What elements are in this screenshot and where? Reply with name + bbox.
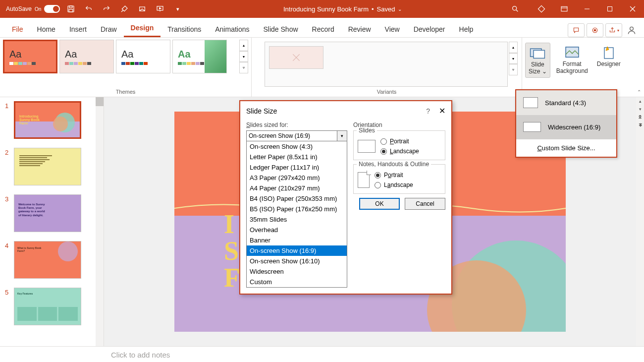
combo-dropdown-icon[interactable]: ▾ <box>337 130 347 141</box>
format-background-button[interactable]: FormatBackground <box>553 43 591 77</box>
size-custom[interactable]: Custom Slide Size... <box>516 139 616 157</box>
thumbnail-4[interactable]: What is Sunny BookFarm? <box>14 241 81 279</box>
tab-draw[interactable]: Draw <box>94 21 124 37</box>
thumbnail-5[interactable]: Key Features <box>14 288 81 325</box>
size-option[interactable]: Ledger Paper (11x17 in) <box>247 162 347 173</box>
theme-option-4[interactable]: Aa <box>172 40 227 73</box>
size-option[interactable]: Custom <box>247 277 347 287</box>
maximize-button[interactable] <box>598 0 621 18</box>
notes-placeholder[interactable]: Click to add notes <box>104 351 170 359</box>
variants-spinner[interactable]: ▴ ▾ ▿ <box>509 42 518 75</box>
qat-overflow-icon[interactable]: ▾ <box>171 2 185 16</box>
notes-landscape-radio[interactable]: Landscape <box>375 181 413 188</box>
cancel-button[interactable]: Cancel <box>405 198 445 210</box>
tab-help[interactable]: Help <box>452 21 481 37</box>
record-button[interactable] <box>587 23 603 37</box>
themes-spinner[interactable]: ▴ ▾ ▿ <box>239 40 248 73</box>
thumbnail-3[interactable]: Welcome to SunnyBook Farm, yourgateway t… <box>14 194 81 232</box>
sized-for-listbox[interactable]: On-screen Show (4:3)Letter Paper (8.5x11… <box>246 141 347 288</box>
designer-button[interactable]: Designer <box>594 43 624 69</box>
tab-record[interactable]: Record <box>305 21 341 37</box>
comments-button[interactable] <box>568 23 585 37</box>
tab-slideshow[interactable]: Slide Show <box>257 21 305 37</box>
variants-gallery[interactable] <box>265 42 508 87</box>
size-option[interactable]: On-screen Show (16:10) <box>247 256 347 266</box>
svg-rect-1 <box>69 6 72 8</box>
sized-for-combo[interactable] <box>246 130 337 141</box>
tab-insert[interactable]: Insert <box>62 21 94 37</box>
size-option[interactable]: Letter Paper (8.5x11 in) <box>247 152 347 162</box>
prev-slide-icon[interactable]: ⯭ <box>636 113 644 121</box>
notes-preview-icon <box>358 172 370 188</box>
slide-title[interactable]: ISF <box>224 211 240 291</box>
thumb-scrollbar[interactable] <box>96 97 104 346</box>
variants-up-icon[interactable]: ▴ <box>509 42 518 53</box>
size-widescreen[interactable]: Widescreen (16:9) <box>516 115 616 139</box>
diamond-icon[interactable] <box>530 0 553 18</box>
ok-button[interactable]: OK <box>359 198 400 210</box>
tab-view[interactable]: View <box>378 21 407 37</box>
size-option[interactable]: Widescreen <box>247 266 347 277</box>
account-icon[interactable] <box>624 25 639 35</box>
size-standard[interactable]: Standard (4:3) <box>516 90 616 115</box>
title-dropdown-icon[interactable]: ⌄ <box>398 6 402 12</box>
size-option[interactable]: A3 Paper (297x420 mm) <box>247 173 347 183</box>
svg-rect-12 <box>534 50 544 58</box>
theme-option-1[interactable]: Aa <box>3 40 57 73</box>
slides-landscape-radio[interactable]: Landscape <box>380 148 419 155</box>
variants-more-icon[interactable]: ▿ <box>509 64 518 75</box>
size-option[interactable]: B5 (ISO) Paper (176x250 mm) <box>247 204 347 214</box>
collapse-ribbon-icon[interactable]: ⌃ <box>637 89 641 95</box>
slide-size-button[interactable]: SlideSize ⌄ <box>525 43 550 78</box>
thumb-scroll-handle[interactable] <box>96 97 104 106</box>
themes-more-icon[interactable]: ▿ <box>239 62 248 73</box>
minimize-button[interactable] <box>576 0 598 18</box>
size-option[interactable]: B4 (ISO) Paper (250x353 mm) <box>247 193 347 204</box>
tab-transitions[interactable]: Transitions <box>161 21 208 37</box>
tab-home[interactable]: Home <box>30 21 62 37</box>
dialog-help-icon[interactable]: ? <box>426 107 430 115</box>
slide-size-menu: Standard (4:3) Widescreen (16:9) Custom … <box>515 89 617 158</box>
size-option[interactable]: On-screen Show (16:9) <box>247 245 347 256</box>
slides-legend: Slides <box>357 127 377 134</box>
themes-up-icon[interactable]: ▴ <box>239 40 248 51</box>
scroll-down-icon[interactable]: ▾ <box>636 105 644 113</box>
close-button[interactable] <box>621 0 644 18</box>
quickaccess-icon-1[interactable] <box>117 2 131 16</box>
quickaccess-icon-2[interactable] <box>135 2 149 16</box>
slides-portrait-radio[interactable]: Portrait <box>380 138 419 145</box>
variant-option[interactable] <box>269 46 323 69</box>
dialog-close-icon[interactable]: ✕ <box>439 106 445 116</box>
undo-icon[interactable] <box>82 2 96 16</box>
ribbon-display-icon[interactable] <box>553 0 576 18</box>
share-button[interactable]: ▾ <box>605 23 622 37</box>
scroll-up-icon[interactable]: ▴ <box>636 97 644 105</box>
theme-option-2[interactable]: Aa <box>59 40 114 73</box>
variants-down-icon[interactable]: ▾ <box>509 53 518 64</box>
tab-design[interactable]: Design <box>124 20 161 37</box>
size-option[interactable]: A4 Paper (210x297 mm) <box>247 183 347 193</box>
size-option[interactable]: On-screen Show (4:3) <box>247 141 347 152</box>
theme-option-3[interactable]: Aa <box>116 40 170 73</box>
themes-down-icon[interactable]: ▾ <box>239 51 248 62</box>
autosave-toggle[interactable]: AutoSave On <box>6 5 60 13</box>
tab-review[interactable]: Review <box>341 21 378 37</box>
notes-portrait-radio[interactable]: Portrait <box>375 172 413 179</box>
svg-point-10 <box>630 27 634 30</box>
tab-animations[interactable]: Animations <box>208 21 256 37</box>
search-icon[interactable] <box>508 2 522 16</box>
notes-pane[interactable]: Click to add notes <box>0 346 644 362</box>
tab-developer[interactable]: Developer <box>407 21 452 37</box>
thumbnail-1[interactable]: IntroducingSunny BookFarm <box>14 101 81 139</box>
slide-vscrollbar[interactable]: ▴ ▾ ⯭ ⯯ <box>636 97 644 346</box>
tab-file[interactable]: File <box>5 21 30 37</box>
size-option[interactable]: Overhead <box>247 225 347 235</box>
thumbnail-2[interactable] <box>14 148 81 185</box>
autosave-switch[interactable] <box>44 5 60 13</box>
size-option[interactable]: 35mm Slides <box>247 214 347 225</box>
save-icon[interactable] <box>64 2 78 16</box>
redo-icon[interactable] <box>100 2 113 16</box>
present-icon[interactable] <box>153 2 167 16</box>
next-slide-icon[interactable]: ⯯ <box>636 121 644 129</box>
size-option[interactable]: Banner <box>247 235 347 245</box>
